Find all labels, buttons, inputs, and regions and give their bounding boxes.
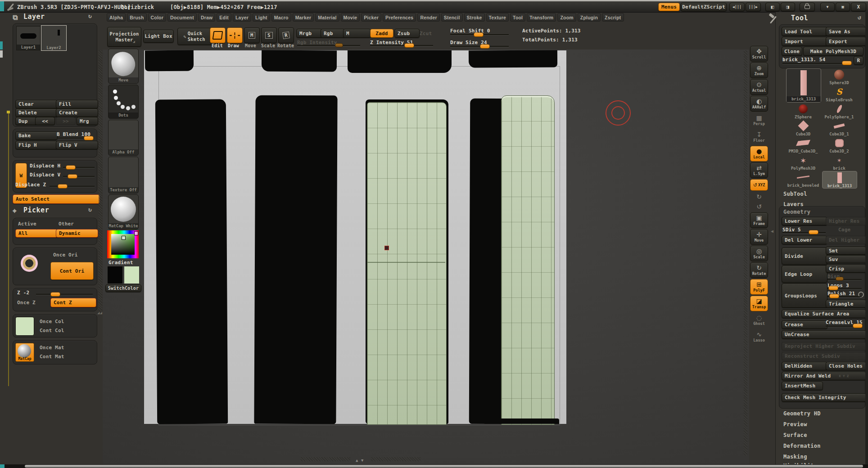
layer-thumb-2-selected[interactable]: Layer2 (41, 25, 67, 51)
menu-stencil[interactable]: Stencil (441, 13, 463, 22)
mesh-column-1[interactable] (367, 102, 447, 425)
layer-fill-button[interactable]: Fill (56, 100, 98, 108)
flip-h-button[interactable]: Flip H (15, 141, 58, 149)
once-mat-label[interactable]: Once Mat (40, 345, 64, 351)
tool-thumb-pm3dcube[interactable]: PM3D_Cube3D_ (786, 137, 820, 153)
tool-thumb-polymesh3d[interactable]: ✶ PolyMesh3D (786, 154, 820, 171)
alpha-thumb[interactable]: Alpha Off (108, 120, 139, 156)
menu-light[interactable]: Light (253, 13, 270, 22)
rtb-spin-z[interactable]: ↻ (750, 192, 768, 202)
float-panels-left-button[interactable]: ◧ (765, 3, 780, 11)
bottom-scrollbar[interactable] (25, 465, 863, 468)
del-lower-button[interactable]: Del Lower (782, 236, 827, 244)
displace-z-label[interactable]: Displace Z (15, 182, 46, 188)
deformation-section-header[interactable]: Deformation (783, 443, 821, 449)
displace-z-track[interactable] (50, 186, 95, 187)
menu-zscript[interactable]: Zscript (602, 13, 624, 22)
menu-render[interactable]: Render (417, 13, 439, 22)
picker-z-track[interactable] (36, 294, 93, 295)
focal-shift-label[interactable]: Focal Shift 0 (450, 28, 490, 34)
preview-section-header[interactable]: Preview (783, 421, 807, 428)
save-as-button[interactable]: Save As (826, 27, 866, 36)
texture-thumb[interactable]: Texture Off (108, 157, 139, 194)
tool-panel-scrollbar[interactable] (865, 12, 868, 468)
rtb-lasso[interactable]: ∿Lasso (750, 329, 768, 345)
scale-button[interactable]: S (261, 27, 277, 43)
tool-thumb-brick1313[interactable]: brick_1313 (822, 171, 857, 189)
import-button[interactable]: Import (782, 37, 827, 46)
divide-button[interactable]: Divide (782, 248, 827, 265)
picker-z-handle[interactable] (50, 292, 60, 297)
menu-movie[interactable]: Movie (341, 13, 360, 22)
smt-button[interactable]: Smt (826, 247, 866, 255)
switch-color-button[interactable]: SwitchColor (105, 284, 141, 292)
sdiv-track[interactable] (782, 232, 826, 233)
float-panels-right-button[interactable]: ◨ (781, 3, 795, 11)
canvas-bottom-scrollbar2[interactable] (371, 457, 420, 461)
mrgb-button[interactable]: Mrgb (296, 29, 322, 38)
secondary-color-swatch[interactable] (124, 266, 140, 284)
loops-handle[interactable] (828, 286, 838, 290)
surface-section-header[interactable]: Surface (783, 432, 807, 438)
menu-color[interactable]: Color (148, 13, 166, 22)
lock-button[interactable] (800, 3, 815, 11)
matcap-swatch[interactable]: MatCap (15, 343, 34, 362)
rotate-button[interactable]: R (278, 27, 294, 43)
cont-col-label[interactable]: Cont Col (40, 328, 64, 333)
minimize-button[interactable]: ▼ (820, 3, 835, 11)
quick-sketch-button[interactable]: ✎ Quick Sketch (177, 28, 213, 45)
menu-document[interactable]: Document (167, 13, 197, 22)
color-picker[interactable] (107, 230, 139, 258)
tray-scroll-right-button[interactable]: |||▶ (746, 3, 761, 11)
stroke-thumb[interactable]: Dots (108, 85, 139, 119)
rtb-spin-y[interactable]: ↺ (750, 202, 768, 212)
mirror-and-weld-button[interactable]: Mirror And Weld X Y Z (782, 372, 866, 380)
menu-macro[interactable]: Macro (271, 13, 291, 22)
rtb-zoom[interactable]: ⊕Zoom (750, 63, 768, 78)
menus-button[interactable]: Menus (658, 3, 680, 11)
draw-size-handle[interactable] (480, 44, 490, 49)
layer-refresh-icon[interactable]: ↻ (88, 13, 92, 19)
selected-tool-thumb[interactable]: brick_1313 (786, 68, 821, 103)
make-polymesh3d-button[interactable]: Make PolyMesh3D (803, 47, 863, 56)
rtb-aahalf[interactable]: ◐AAHalf (750, 96, 768, 112)
rtb-local[interactable]: ●Local (750, 146, 768, 162)
menu-transform[interactable]: Transform (527, 13, 556, 22)
bake-button[interactable]: Bake (15, 131, 58, 140)
displace-v-label[interactable]: Displace V (30, 172, 60, 178)
focal-shift-handle[interactable] (474, 32, 484, 37)
creaselvl-handle[interactable] (853, 324, 863, 328)
brush-thumb[interactable]: Move (108, 49, 139, 84)
rtb-frame[interactable]: ▣Frame (750, 212, 768, 228)
draw-button[interactable]: -¦- (227, 27, 243, 43)
displace-h-label[interactable]: Displace H (30, 163, 60, 169)
menu-preferences[interactable]: Preferences (383, 13, 416, 22)
rtb-floor[interactable]: ↧Floor (750, 129, 768, 145)
once-ori-label[interactable]: Once Ori (53, 252, 78, 258)
edit-button[interactable] (210, 27, 226, 43)
tray-scroll-left-button[interactable]: ◀||| (729, 3, 745, 11)
tool-panel-title[interactable]: Tool (791, 14, 808, 22)
mesh-column-2[interactable] (501, 95, 555, 425)
rtb-xyz[interactable]: ↺XYZ (750, 179, 768, 191)
load-tool-button[interactable]: Load Tool (782, 27, 827, 36)
canvas-right-scrollbar[interactable] (744, 50, 747, 455)
cont-mat-label[interactable]: Cont Mat (40, 354, 64, 360)
menu-layer[interactable]: Layer (233, 13, 251, 22)
sdiv-handle[interactable] (809, 230, 818, 234)
triangle-button[interactable]: Triangle (826, 300, 866, 308)
picker-dynamic-button[interactable]: Dynamic (56, 229, 98, 238)
tool-name-track[interactable] (782, 63, 851, 64)
r-button[interactable]: R (854, 56, 863, 65)
suv-button[interactable]: Suv (826, 255, 866, 263)
menu-zplugin[interactable]: Zplugin (578, 13, 601, 22)
rgb-intensity-track[interactable] (297, 45, 360, 46)
canvas-scroll-up-icon[interactable]: ▲ (356, 458, 358, 463)
close-button[interactable]: X (851, 3, 866, 11)
menu-edit[interactable]: Edit (217, 13, 231, 22)
menu-brush[interactable]: Brush (127, 13, 146, 22)
layer-mrg-button[interactable]: Mrg (77, 117, 98, 125)
gradient-label[interactable]: Gradient (108, 260, 133, 266)
menu-picker[interactable]: Picker (361, 13, 381, 22)
tool-name-slider-label[interactable]: brick_1313. 54 (782, 57, 826, 63)
